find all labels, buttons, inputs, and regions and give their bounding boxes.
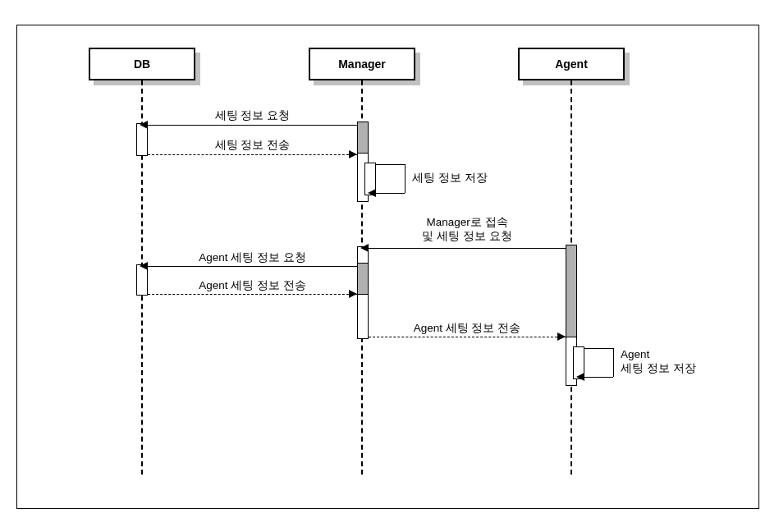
arrow-m1 (148, 125, 357, 126)
activation-manager-2b (357, 263, 369, 296)
label-m3: 세팅 정보 저장 (412, 171, 488, 186)
label-m7: Agent 세팅 정보 전송 (369, 321, 566, 336)
lifeline-db: DB (89, 48, 195, 80)
label-m5: Agent 세팅 정보 요청 (148, 250, 357, 265)
sequence-diagram: DB Manager Agent 세팅 정보 요청 세팅 정보 전송 (0, 0, 779, 532)
diagram-frame (16, 25, 759, 509)
label-m6: Agent 세팅 정보 전송 (148, 278, 357, 293)
arrow-m7 (369, 337, 566, 337)
activation-manager-2c (357, 294, 369, 339)
arrowhead-m5 (140, 262, 148, 270)
lifeline-manager: Manager (309, 48, 415, 80)
lifeline-manager-label: Manager (338, 57, 386, 71)
arrow-m4 (369, 248, 566, 249)
label-m1: 세팅 정보 요청 (148, 108, 357, 123)
label-m8-line1: Agent (621, 348, 649, 360)
label-m8: Agent 세팅 정보 저장 (621, 348, 696, 376)
lifeline-agent-label: Agent (555, 57, 588, 71)
lifeline-db-label: DB (134, 57, 150, 71)
arrow-m2 (148, 154, 357, 155)
arrow-m5 (148, 266, 357, 267)
arrowhead-m4 (360, 244, 369, 252)
label-m4: Manager로 접속 및 세팅 정보 요청 (369, 216, 566, 244)
activation-agent-1 (566, 245, 577, 339)
arrowhead-m1 (140, 121, 148, 129)
activation-manager-1a (357, 122, 369, 154)
label-m4-line1: Manager로 접속 (426, 216, 507, 228)
lifeline-agent: Agent (518, 48, 625, 80)
label-m8-line2: 세팅 정보 저장 (621, 362, 696, 374)
arrow-m6 (148, 294, 357, 295)
label-m2: 세팅 정보 전송 (148, 138, 357, 153)
label-m4-line2: 및 세팅 정보 요청 (422, 230, 511, 242)
